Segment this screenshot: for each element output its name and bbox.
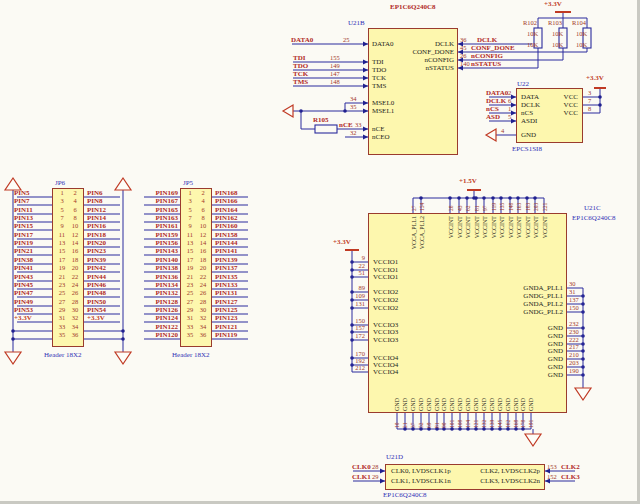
pin-number: 139 bbox=[489, 420, 495, 428]
pin-name: GND bbox=[497, 398, 503, 411]
pin-number: 2 bbox=[508, 89, 511, 97]
pin-number: 230 bbox=[569, 328, 579, 336]
net-label: PIN159 bbox=[142, 231, 178, 239]
net-label: PIN5 bbox=[14, 189, 30, 197]
header-pin-number: 36 bbox=[197, 331, 209, 339]
header-pin-number: 11 bbox=[184, 231, 196, 239]
header-pin-number: 36 bbox=[69, 331, 81, 339]
header-pin-number: 2 bbox=[69, 189, 81, 197]
junction-dot bbox=[598, 95, 602, 99]
pin-name: GND bbox=[449, 398, 455, 411]
pin-number: 203 bbox=[569, 359, 579, 367]
pin-name: GNDG_PLL1 bbox=[470, 292, 563, 300]
pin-number: 121 bbox=[473, 420, 479, 428]
header-pin-number: 30 bbox=[197, 306, 209, 314]
net-label: PIN21 bbox=[14, 247, 33, 255]
net-label: PIN125 bbox=[215, 306, 238, 314]
gnd-symbol bbox=[486, 129, 496, 141]
net-label: PIN158 bbox=[215, 231, 238, 239]
u21c-designator: U21C bbox=[584, 204, 601, 212]
pin-direction-arrow bbox=[380, 469, 385, 474]
net-label: PIN127 bbox=[215, 298, 238, 306]
pin-name: MSEL0 bbox=[372, 99, 394, 107]
pin-number: 35 bbox=[350, 103, 357, 111]
u21b-comment: EP1C6Q240C8 bbox=[390, 3, 436, 11]
pin-number: 34 bbox=[350, 95, 357, 103]
pin-name: GNDA_PLL1 bbox=[470, 284, 563, 292]
header-pin-number: 24 bbox=[69, 281, 81, 289]
pin-name: nCE bbox=[372, 125, 384, 133]
pin-number: 29 bbox=[372, 473, 379, 481]
pin-name: nCONFIG bbox=[368, 56, 454, 64]
pin-name: DCLK bbox=[368, 40, 454, 48]
header-pin-number: 5 bbox=[56, 206, 68, 214]
pin-number: 45 bbox=[460, 44, 467, 52]
u21b-designator: U21B bbox=[348, 19, 365, 27]
pin-number: 210 bbox=[569, 351, 579, 359]
net-label: PIN13 bbox=[14, 214, 33, 222]
pin-name: VCCIO1 bbox=[373, 258, 398, 266]
pin-direction-arrow bbox=[363, 109, 368, 114]
jp5-designator: JP5 bbox=[183, 179, 193, 187]
header-pin-number: 9 bbox=[184, 222, 196, 230]
pin-number: 191 bbox=[528, 420, 534, 428]
pin-number: 36 bbox=[460, 36, 467, 44]
pin-name: GND bbox=[426, 398, 432, 411]
header-pin-number: 8 bbox=[69, 214, 81, 222]
header-pin-number: 29 bbox=[56, 306, 68, 314]
pin-direction-arrow bbox=[363, 127, 368, 132]
header-pin-number: 15 bbox=[56, 247, 68, 255]
resistor-value: 10K bbox=[552, 41, 563, 49]
net-label: DATA0 bbox=[486, 89, 508, 97]
pin-number: 5 bbox=[508, 113, 511, 121]
header-pin-number: 10 bbox=[69, 222, 81, 230]
resistor-ref: R103 bbox=[548, 19, 562, 27]
pin-name: GND bbox=[520, 398, 526, 411]
net-label: PIN6 bbox=[87, 189, 103, 197]
header-pin-number: 20 bbox=[69, 264, 81, 272]
u21c-comment: EP1C6Q240C8 bbox=[572, 214, 616, 222]
pin-name: VCCIO1 bbox=[373, 273, 398, 281]
header-pin-number: 35 bbox=[56, 331, 68, 339]
net-label: PIN123 bbox=[215, 314, 238, 322]
header-pin-number: 34 bbox=[197, 323, 209, 331]
net-label: DATA0 bbox=[291, 36, 313, 44]
header-pin-number: 19 bbox=[184, 264, 196, 272]
net-label: PIN135 bbox=[215, 273, 238, 281]
net-label: CLK0 bbox=[352, 463, 371, 471]
header-pin-number: 32 bbox=[197, 314, 209, 322]
header-pin-number: 25 bbox=[56, 289, 68, 297]
pin-name: GND bbox=[473, 398, 479, 411]
net-label: PIN17 bbox=[14, 231, 33, 239]
net-label: PIN12 bbox=[87, 206, 106, 214]
pin-number: 132 bbox=[481, 420, 487, 428]
net-label: PIN43 bbox=[14, 273, 33, 281]
junction-dot bbox=[508, 196, 512, 200]
pin-number: 203 bbox=[533, 203, 539, 211]
pin-name: GND bbox=[528, 398, 534, 411]
net-label: PIN41 bbox=[14, 264, 33, 272]
header-pin-number: 1 bbox=[56, 189, 68, 197]
u22-part: EPCS1SI8 bbox=[512, 145, 542, 153]
u21c-top-rail-label: +1.5V bbox=[459, 177, 477, 185]
pin-number: 212 bbox=[353, 364, 365, 372]
net-label: PIN50 bbox=[87, 298, 106, 306]
net-label: PIN11 bbox=[14, 206, 33, 214]
header-pin-number: 29 bbox=[184, 306, 196, 314]
header-pin-number: 31 bbox=[184, 314, 196, 322]
pin-name: VCCINT bbox=[465, 216, 471, 238]
net-label: ASD bbox=[486, 113, 500, 121]
net-label: PIN23 bbox=[87, 247, 106, 255]
net-label: PIN139 bbox=[215, 256, 238, 264]
net-label: TCK bbox=[293, 70, 308, 78]
pin-name: DCLK bbox=[521, 101, 540, 109]
header-pin-number: 21 bbox=[56, 273, 68, 281]
junction-dot bbox=[533, 196, 537, 200]
net-label: PIN46 bbox=[87, 281, 106, 289]
pin-name: GND bbox=[457, 398, 463, 411]
net-label: TMS bbox=[293, 78, 308, 86]
pin-name: VCCIO4 bbox=[373, 368, 398, 376]
pin-number: 163 bbox=[516, 203, 522, 211]
pin-number: 168 bbox=[513, 420, 519, 428]
net-label: PIN136 bbox=[142, 273, 178, 281]
